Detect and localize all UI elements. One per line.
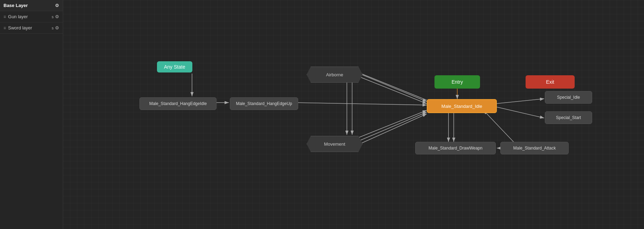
sword-layer-s-badge: s	[52, 26, 54, 30]
gun-layer-drag-handle: ≡	[4, 15, 6, 19]
hang-edge-up-label: Male_Standard_HangEdgeUp	[236, 101, 292, 106]
sword-layer-gear-icon[interactable]: ⚙	[55, 25, 59, 30]
anystate-label: Any State	[164, 64, 185, 70]
gun-layer-gear-icon[interactable]: ⚙	[55, 14, 59, 19]
sword-layer-label: Sword layer	[8, 25, 32, 30]
svg-line-9	[357, 112, 427, 142]
draw-weap-label: Male_Standard_DrawWeapn	[429, 146, 482, 151]
sword-layer-drag-handle: ≡	[4, 26, 6, 30]
attack-label: Male_Standard_Attack	[513, 146, 556, 151]
movement-node[interactable]: Movement	[307, 136, 363, 152]
gun-layer-s-badge: s	[52, 15, 54, 19]
sidebar-item-gun-layer[interactable]: ≡ Gun layer s ⚙	[0, 11, 63, 22]
male-standard-idle-node[interactable]: Male_Standard_Idle	[427, 99, 497, 113]
airborne-node[interactable]: Airborne	[307, 67, 363, 83]
svg-line-13	[496, 107, 544, 118]
hang-edge-up-node[interactable]: Male_Standard_HangEdgeUp	[230, 97, 298, 110]
draw-weap-node[interactable]: Male_Standard_DrawWeapn	[415, 142, 496, 154]
exit-label: Exit	[546, 79, 554, 85]
attack-node[interactable]: Male_Standard_Attack	[500, 142, 569, 154]
airborne-label: Airborne	[326, 72, 343, 77]
special-start-node[interactable]: Special_Start	[545, 111, 592, 124]
gun-layer-label: Gun layer	[8, 14, 28, 19]
svg-line-4	[294, 103, 427, 105]
svg-line-12	[496, 99, 544, 104]
svg-line-18	[357, 72, 427, 102]
entry-label: Entry	[452, 79, 463, 85]
sidebar: Base Layer ⚙ ≡ Gun layer s ⚙ ≡ Sword lay…	[0, 0, 63, 229]
special-idle-label: Special_Idle	[557, 95, 580, 100]
svg-line-10	[357, 114, 427, 145]
exit-node[interactable]: Exit	[526, 75, 575, 89]
hang-edge-idle-node[interactable]: Male_Standard_HangEdgeIdle	[139, 97, 217, 110]
svg-line-8	[357, 110, 427, 138]
sidebar-item-sword-layer[interactable]: ≡ Sword layer s ⚙	[0, 22, 63, 34]
state-machine-canvas[interactable]: Any State Airborne Entry Exit Male_Stand…	[63, 0, 644, 229]
anystate-node[interactable]: Any State	[157, 61, 192, 72]
movement-label: Movement	[324, 141, 345, 147]
hang-edge-idle-label: Male_Standard_HangEdgeIdle	[149, 101, 207, 106]
entry-node[interactable]: Entry	[434, 75, 480, 89]
male-standard-idle-label: Male_Standard_Idle	[441, 104, 482, 109]
special-start-label: Special_Start	[556, 115, 581, 120]
base-layer-gear-icon[interactable]: ⚙	[55, 3, 59, 8]
svg-line-17	[484, 110, 517, 145]
base-layer-label: Base Layer	[4, 3, 28, 8]
special-idle-node[interactable]: Special_Idle	[545, 91, 592, 104]
svg-line-19	[357, 72, 427, 100]
sidebar-item-base-layer[interactable]: Base Layer ⚙	[0, 0, 63, 11]
svg-line-5	[356, 75, 427, 104]
